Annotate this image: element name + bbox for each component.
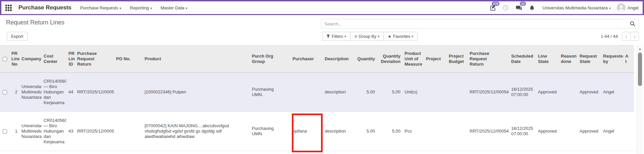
cell-po-no xyxy=(114,73,143,112)
apps-grid-icon[interactable] xyxy=(5,5,12,11)
col-purchaser[interactable]: Purchaser xyxy=(290,46,323,73)
user-menu[interactable]: Angel xyxy=(617,3,639,12)
table-row[interactable]: 2 Universitas Multimedia Nusantara CR014… xyxy=(0,73,634,112)
cell-line-state: Approved xyxy=(536,73,559,112)
cell-cost-center: CR01405600 — Biro Hubungan dan Kerjasama xyxy=(42,73,66,112)
cell-purchase-request-return: RRT/2025/12/00054 xyxy=(75,112,114,151)
page-title: Request Return Lines xyxy=(6,19,64,26)
cell-pr-line-no: 1 xyxy=(9,112,19,151)
app-title: Purchase Requests xyxy=(18,4,71,11)
cell-purchase-request-return-2: RRT/2025/12/00054 xyxy=(468,112,509,151)
cell-purchaser xyxy=(290,73,323,112)
col-purchase-request-return[interactable]: Purchase Request Return xyxy=(75,46,114,73)
pager: 1-44 / 44 ‹ › xyxy=(601,32,639,41)
col-request-state[interactable]: Request State xyxy=(578,46,601,73)
scrollbar-thumb[interactable] xyxy=(638,53,642,86)
notifications-bell-icon[interactable] xyxy=(529,5,535,11)
cell-project-budget xyxy=(447,73,468,112)
col-truncated[interactable]: A t xyxy=(623,46,634,73)
export-button[interactable]: Export xyxy=(7,32,28,41)
user-name: Angel xyxy=(628,5,639,10)
col-purch-org-group[interactable]: Purch Org Group xyxy=(250,46,290,73)
cell-purch-org-group: Purchasing UMN. xyxy=(250,73,290,112)
control-panel: Request Return Lines Export Filters ▾ ≡ … xyxy=(0,15,644,45)
col-requested-by[interactable]: Requested by xyxy=(601,46,623,73)
group-by-button[interactable]: ≡ Group By ▾ xyxy=(350,32,384,41)
col-project-budget[interactable]: Project Budget xyxy=(447,46,468,73)
cell-po-no xyxy=(114,112,143,151)
cell-truncated xyxy=(623,112,634,151)
col-cost-center[interactable]: Cost Center xyxy=(42,46,66,73)
col-company[interactable]: Company xyxy=(19,46,42,73)
cell-line-state: Approved xyxy=(536,112,559,151)
activities-clock-icon[interactable] xyxy=(502,5,509,11)
messages-badge: 378 xyxy=(492,2,500,6)
caret-down-icon: ▾ xyxy=(344,34,346,38)
cell-company: Universitas Multimedia Nusantara xyxy=(19,73,42,112)
top-nav-bar: Purchase Requests Purchase Requests▾ Rep… xyxy=(0,0,644,15)
col-purchase-request-return-2[interactable]: Purchase Request Return xyxy=(468,46,509,73)
systray: 378 32 Universitas Multimedia Nusantara▾… xyxy=(483,3,639,12)
cell-purchase-request-return: RRT/2025/12/00054 xyxy=(75,73,114,112)
pager-value[interactable]: 1-44 / 44 xyxy=(601,34,618,39)
col-pr-line-no[interactable]: PR Line No xyxy=(9,46,19,73)
select-all-checkbox[interactable] xyxy=(3,57,7,61)
search-options: Filters ▾ ≡ Group By ▾ ★ Favorites ▾ xyxy=(322,32,418,41)
col-reason-done[interactable]: Reason done xyxy=(559,46,578,73)
col-project[interactable]: Project xyxy=(424,46,447,73)
cell-product: [07000042] KAIN MAJONG....abccdsvsfgsd v… xyxy=(143,112,250,151)
cell-quantity: 5,00 xyxy=(352,112,377,151)
group-by-icon: ≡ xyxy=(355,34,357,39)
chat-icon[interactable]: 32 xyxy=(516,5,522,11)
col-line-state[interactable]: Line State xyxy=(536,46,559,73)
menu-reporting[interactable]: Reporting▾ xyxy=(130,5,152,10)
avatar xyxy=(617,3,626,12)
cell-pr-line-id: 44 xyxy=(66,73,75,112)
caret-down-icon: ▾ xyxy=(412,34,413,38)
table-header-row: PR Line No Company Cost Center PR Line I… xyxy=(0,46,634,73)
caret-down-icon: ▾ xyxy=(609,6,611,10)
cell-product-uom: Pcs xyxy=(402,112,424,151)
col-pr-line-id[interactable]: PR Line ID xyxy=(66,46,75,73)
search-input[interactable] xyxy=(321,19,639,28)
caret-down-icon: ▾ xyxy=(378,34,379,38)
app-window: Purchase Requests Purchase Requests▾ Rep… xyxy=(0,0,644,154)
favorites-button[interactable]: ★ Favorites ▾ xyxy=(383,32,418,41)
table-row[interactable]: 1 Universitas Multimedia Nusantara CR014… xyxy=(0,112,634,151)
caret-down-icon: ▾ xyxy=(150,6,152,10)
cell-requested-by: Angel xyxy=(601,73,623,112)
row-checkbox[interactable] xyxy=(3,90,7,94)
cell-request-state: Approved xyxy=(578,112,601,151)
col-scheduled-date[interactable]: Scheduled Date xyxy=(509,46,536,73)
scroll-up-arrow-icon[interactable]: ▲ xyxy=(637,45,643,51)
star-icon: ★ xyxy=(388,34,391,39)
col-product-uom[interactable]: Product Unit of Measure xyxy=(402,46,424,73)
company-switcher[interactable]: Universitas Multimedia Nusantara▾ xyxy=(542,5,610,10)
list-view: PR Line No Company Cost Center PR Line I… xyxy=(0,45,636,151)
row-checkbox[interactable] xyxy=(3,129,7,134)
cell-project-budget xyxy=(447,112,468,151)
filter-funnel-icon xyxy=(326,34,330,38)
chat-badge: 32 xyxy=(520,2,526,6)
vertical-scrollbar[interactable]: ▲ xyxy=(637,45,643,154)
col-product[interactable]: Product xyxy=(143,46,250,73)
menu-purchase-requests[interactable]: Purchase Requests▾ xyxy=(80,5,121,10)
cell-cost-center: CR01405600 — Biro Hubungan dan Kerjasama xyxy=(42,112,66,151)
col-quantity[interactable]: Quantity xyxy=(352,46,377,73)
cell-project xyxy=(424,112,447,151)
col-po-no[interactable]: PO No. xyxy=(114,46,143,73)
menu-master-data[interactable]: Master Data▾ xyxy=(161,5,187,10)
cell-reason-done xyxy=(559,73,578,112)
search-icon[interactable] xyxy=(630,21,636,27)
col-quantity-deviation[interactable]: Quantity Deviation xyxy=(377,46,402,73)
messages-icon[interactable]: 378 xyxy=(489,5,496,11)
pager-next-button[interactable]: › xyxy=(630,32,639,41)
cell-product: [1000022346] Pulpen xyxy=(143,73,250,112)
search-bar xyxy=(321,19,639,29)
pager-previous-button[interactable]: ‹ xyxy=(622,32,631,41)
cell-description: description xyxy=(323,73,352,112)
caret-down-icon: ▾ xyxy=(186,6,187,10)
filters-button[interactable]: Filters ▾ xyxy=(322,32,351,41)
col-description[interactable]: Description xyxy=(323,46,352,73)
cell-purch-org-group: Purchasing UMN. xyxy=(250,112,290,151)
